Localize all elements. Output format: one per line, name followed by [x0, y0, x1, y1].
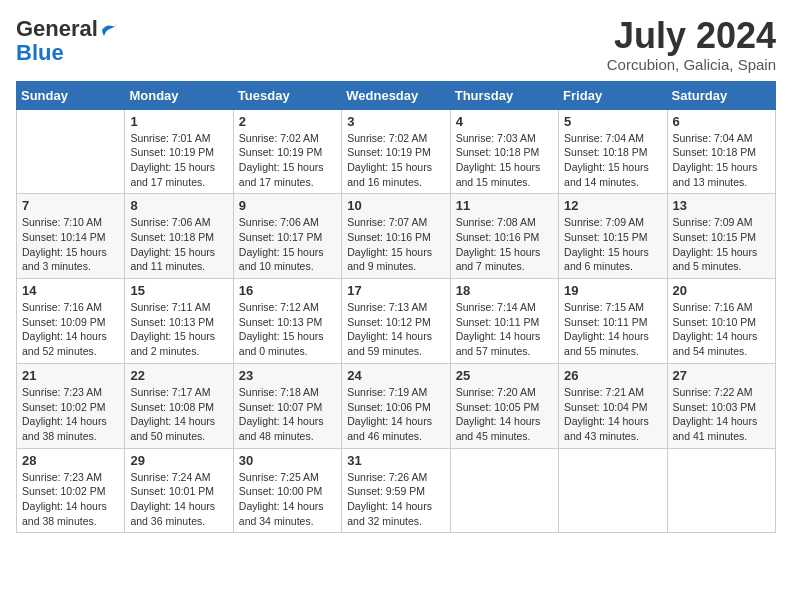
- day-info: Sunrise: 7:07 AM Sunset: 10:16 PM Daylig…: [347, 215, 444, 274]
- day-info: Sunrise: 7:25 AM Sunset: 10:00 PM Daylig…: [239, 470, 336, 529]
- day-info: Sunrise: 7:09 AM Sunset: 10:15 PM Daylig…: [673, 215, 770, 274]
- day-number: 1: [130, 114, 227, 129]
- day-number: 25: [456, 368, 553, 383]
- location-title: Corcubion, Galicia, Spain: [607, 56, 776, 73]
- day-number: 21: [22, 368, 119, 383]
- day-info: Sunrise: 7:20 AM Sunset: 10:05 PM Daylig…: [456, 385, 553, 444]
- day-info: Sunrise: 7:17 AM Sunset: 10:08 PM Daylig…: [130, 385, 227, 444]
- table-row: 18Sunrise: 7:14 AM Sunset: 10:11 PM Dayl…: [450, 279, 558, 364]
- day-info: Sunrise: 7:06 AM Sunset: 10:17 PM Daylig…: [239, 215, 336, 274]
- logo-blue: Blue: [16, 40, 64, 66]
- day-info: Sunrise: 7:26 AM Sunset: 9:59 PM Dayligh…: [347, 470, 444, 529]
- day-number: 26: [564, 368, 661, 383]
- day-info: Sunrise: 7:04 AM Sunset: 10:18 PM Daylig…: [564, 131, 661, 190]
- day-number: 23: [239, 368, 336, 383]
- calendar-week-row: 14Sunrise: 7:16 AM Sunset: 10:09 PM Dayl…: [17, 279, 776, 364]
- day-info: Sunrise: 7:02 AM Sunset: 10:19 PM Daylig…: [347, 131, 444, 190]
- day-number: 15: [130, 283, 227, 298]
- day-info: Sunrise: 7:13 AM Sunset: 10:12 PM Daylig…: [347, 300, 444, 359]
- table-row: 2Sunrise: 7:02 AM Sunset: 10:19 PM Dayli…: [233, 109, 341, 194]
- header-thursday: Thursday: [450, 81, 558, 109]
- table-row: [17, 109, 125, 194]
- calendar-week-row: 21Sunrise: 7:23 AM Sunset: 10:02 PM Dayl…: [17, 363, 776, 448]
- day-info: Sunrise: 7:02 AM Sunset: 10:19 PM Daylig…: [239, 131, 336, 190]
- table-row: 16Sunrise: 7:12 AM Sunset: 10:13 PM Dayl…: [233, 279, 341, 364]
- header-saturday: Saturday: [667, 81, 775, 109]
- day-info: Sunrise: 7:21 AM Sunset: 10:04 PM Daylig…: [564, 385, 661, 444]
- table-row: 10Sunrise: 7:07 AM Sunset: 10:16 PM Dayl…: [342, 194, 450, 279]
- table-row: 24Sunrise: 7:19 AM Sunset: 10:06 PM Dayl…: [342, 363, 450, 448]
- day-info: Sunrise: 7:19 AM Sunset: 10:06 PM Daylig…: [347, 385, 444, 444]
- table-row: 13Sunrise: 7:09 AM Sunset: 10:15 PM Dayl…: [667, 194, 775, 279]
- table-row: 1Sunrise: 7:01 AM Sunset: 10:19 PM Dayli…: [125, 109, 233, 194]
- table-row: 15Sunrise: 7:11 AM Sunset: 10:13 PM Dayl…: [125, 279, 233, 364]
- day-info: Sunrise: 7:15 AM Sunset: 10:11 PM Daylig…: [564, 300, 661, 359]
- day-info: Sunrise: 7:04 AM Sunset: 10:18 PM Daylig…: [673, 131, 770, 190]
- day-number: 6: [673, 114, 770, 129]
- day-number: 17: [347, 283, 444, 298]
- table-row: 19Sunrise: 7:15 AM Sunset: 10:11 PM Dayl…: [559, 279, 667, 364]
- day-number: 11: [456, 198, 553, 213]
- header-tuesday: Tuesday: [233, 81, 341, 109]
- day-info: Sunrise: 7:03 AM Sunset: 10:18 PM Daylig…: [456, 131, 553, 190]
- day-number: 18: [456, 283, 553, 298]
- day-number: 3: [347, 114, 444, 129]
- day-number: 28: [22, 453, 119, 468]
- day-info: Sunrise: 7:16 AM Sunset: 10:10 PM Daylig…: [673, 300, 770, 359]
- day-info: Sunrise: 7:08 AM Sunset: 10:16 PM Daylig…: [456, 215, 553, 274]
- calendar-header-row: Sunday Monday Tuesday Wednesday Thursday…: [17, 81, 776, 109]
- table-row: 28Sunrise: 7:23 AM Sunset: 10:02 PM Dayl…: [17, 448, 125, 533]
- day-number: 22: [130, 368, 227, 383]
- table-row: 21Sunrise: 7:23 AM Sunset: 10:02 PM Dayl…: [17, 363, 125, 448]
- table-row: 3Sunrise: 7:02 AM Sunset: 10:19 PM Dayli…: [342, 109, 450, 194]
- day-info: Sunrise: 7:11 AM Sunset: 10:13 PM Daylig…: [130, 300, 227, 359]
- table-row: 5Sunrise: 7:04 AM Sunset: 10:18 PM Dayli…: [559, 109, 667, 194]
- day-info: Sunrise: 7:14 AM Sunset: 10:11 PM Daylig…: [456, 300, 553, 359]
- day-info: Sunrise: 7:12 AM Sunset: 10:13 PM Daylig…: [239, 300, 336, 359]
- header-wednesday: Wednesday: [342, 81, 450, 109]
- day-number: 4: [456, 114, 553, 129]
- table-row: 22Sunrise: 7:17 AM Sunset: 10:08 PM Dayl…: [125, 363, 233, 448]
- month-title: July 2024: [607, 16, 776, 56]
- table-row: 29Sunrise: 7:24 AM Sunset: 10:01 PM Dayl…: [125, 448, 233, 533]
- table-row: [450, 448, 558, 533]
- calendar-table: Sunday Monday Tuesday Wednesday Thursday…: [16, 81, 776, 534]
- day-info: Sunrise: 7:24 AM Sunset: 10:01 PM Daylig…: [130, 470, 227, 529]
- day-info: Sunrise: 7:16 AM Sunset: 10:09 PM Daylig…: [22, 300, 119, 359]
- logo: General Blue: [16, 16, 118, 66]
- day-info: Sunrise: 7:22 AM Sunset: 10:03 PM Daylig…: [673, 385, 770, 444]
- table-row: 27Sunrise: 7:22 AM Sunset: 10:03 PM Dayl…: [667, 363, 775, 448]
- day-info: Sunrise: 7:18 AM Sunset: 10:07 PM Daylig…: [239, 385, 336, 444]
- calendar-week-row: 1Sunrise: 7:01 AM Sunset: 10:19 PM Dayli…: [17, 109, 776, 194]
- table-row: 26Sunrise: 7:21 AM Sunset: 10:04 PM Dayl…: [559, 363, 667, 448]
- page-header: General Blue July 2024 Corcubion, Galici…: [16, 16, 776, 73]
- day-info: Sunrise: 7:09 AM Sunset: 10:15 PM Daylig…: [564, 215, 661, 274]
- table-row: 31Sunrise: 7:26 AM Sunset: 9:59 PM Dayli…: [342, 448, 450, 533]
- day-number: 30: [239, 453, 336, 468]
- table-row: 17Sunrise: 7:13 AM Sunset: 10:12 PM Dayl…: [342, 279, 450, 364]
- day-number: 19: [564, 283, 661, 298]
- table-row: 9Sunrise: 7:06 AM Sunset: 10:17 PM Dayli…: [233, 194, 341, 279]
- header-sunday: Sunday: [17, 81, 125, 109]
- day-number: 5: [564, 114, 661, 129]
- day-number: 24: [347, 368, 444, 383]
- table-row: 4Sunrise: 7:03 AM Sunset: 10:18 PM Dayli…: [450, 109, 558, 194]
- header-monday: Monday: [125, 81, 233, 109]
- table-row: 7Sunrise: 7:10 AM Sunset: 10:14 PM Dayli…: [17, 194, 125, 279]
- day-info: Sunrise: 7:23 AM Sunset: 10:02 PM Daylig…: [22, 385, 119, 444]
- day-number: 14: [22, 283, 119, 298]
- day-number: 31: [347, 453, 444, 468]
- table-row: 25Sunrise: 7:20 AM Sunset: 10:05 PM Dayl…: [450, 363, 558, 448]
- table-row: 23Sunrise: 7:18 AM Sunset: 10:07 PM Dayl…: [233, 363, 341, 448]
- day-number: 29: [130, 453, 227, 468]
- day-number: 13: [673, 198, 770, 213]
- calendar-week-row: 28Sunrise: 7:23 AM Sunset: 10:02 PM Dayl…: [17, 448, 776, 533]
- day-number: 16: [239, 283, 336, 298]
- title-area: July 2024 Corcubion, Galicia, Spain: [607, 16, 776, 73]
- header-friday: Friday: [559, 81, 667, 109]
- table-row: 11Sunrise: 7:08 AM Sunset: 10:16 PM Dayl…: [450, 194, 558, 279]
- day-info: Sunrise: 7:10 AM Sunset: 10:14 PM Daylig…: [22, 215, 119, 274]
- table-row: [559, 448, 667, 533]
- calendar-week-row: 7Sunrise: 7:10 AM Sunset: 10:14 PM Dayli…: [17, 194, 776, 279]
- table-row: 20Sunrise: 7:16 AM Sunset: 10:10 PM Dayl…: [667, 279, 775, 364]
